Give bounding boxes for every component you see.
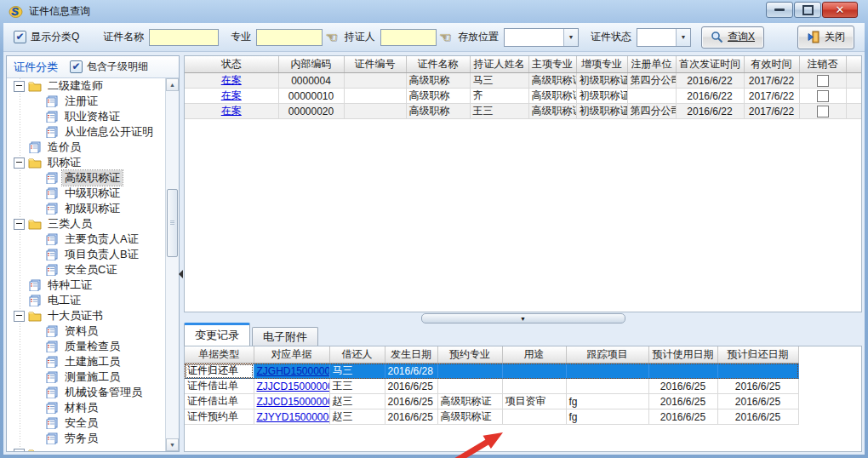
cell-date[interactable]: 2016/6/25	[385, 379, 437, 394]
tree-item[interactable]: 项目负责人B证	[7, 247, 166, 262]
tree-item[interactable]: 注册证	[7, 94, 166, 109]
include-children-checkbox[interactable]: ✔	[70, 60, 83, 73]
change-record-row[interactable]: 证件借出单 ZJJCD150000003 王三 2016/6/25 2016/6…	[185, 379, 798, 394]
cell-status[interactable]: 在案	[185, 73, 278, 89]
cell-borrower[interactable]: 王三	[329, 379, 385, 394]
cell-cancelled[interactable]	[799, 73, 846, 89]
cell-date[interactable]: 2016/6/25	[385, 409, 437, 425]
cell-major[interactable]: 高级职称证	[528, 73, 576, 89]
cell-extra-major[interactable]: 初级职称证	[576, 89, 627, 104]
cell-holder[interactable]: 王三	[470, 104, 528, 119]
cell-internal-code[interactable]: 0000004	[278, 73, 344, 89]
cell-status[interactable]: 在案	[185, 104, 278, 119]
cell-use-date[interactable]	[648, 364, 717, 379]
tree-item[interactable]: 测量施工员	[7, 369, 166, 385]
cell-cancelled[interactable]	[799, 89, 846, 104]
column-header[interactable]: 跟踪项目	[566, 346, 648, 364]
tab-electronic-attachments[interactable]: 电子附件	[252, 327, 318, 346]
cell-return-date[interactable]	[717, 364, 798, 379]
cell-usage[interactable]	[502, 364, 566, 379]
collapse-minus-icon[interactable]	[14, 219, 25, 230]
cell-holder[interactable]: 马三	[470, 73, 528, 89]
cell-internal-code[interactable]: 00000010	[278, 89, 344, 104]
tree-item[interactable]: …	[7, 446, 166, 451]
cell-holder[interactable]: 齐	[470, 89, 528, 104]
column-header[interactable]: 注销否	[799, 56, 846, 73]
minimize-button[interactable]	[766, 2, 793, 18]
status-link[interactable]: 在案	[221, 74, 242, 86]
column-header[interactable]: 对应单据	[254, 346, 329, 364]
column-header[interactable]: 增项专业	[576, 56, 627, 73]
holder-input[interactable]	[380, 29, 437, 46]
cell-borrower[interactable]: 赵三	[329, 409, 385, 425]
column-header[interactable]: 证件名称	[406, 56, 470, 73]
tree-item[interactable]: 高级职称证	[7, 170, 166, 186]
scroll-down-arrow[interactable]: ▼	[166, 438, 179, 451]
cell-project[interactable]	[566, 379, 648, 394]
column-header[interactable]: 预计使用日期	[648, 346, 717, 364]
cell-date[interactable]: 2016/6/25	[385, 394, 437, 409]
tree-item[interactable]: 中级职称证	[7, 186, 166, 201]
splitter-collapse-button[interactable]: ▼	[421, 313, 625, 323]
cell-cert-no[interactable]	[344, 89, 406, 104]
cert-name-input[interactable]	[149, 29, 219, 46]
cancelled-checkbox[interactable]	[817, 106, 829, 117]
cert-status-select[interactable]: ▼	[637, 28, 691, 47]
column-header[interactable]: 持证人姓名	[470, 56, 528, 73]
cell-major[interactable]: 高级职称证	[528, 104, 576, 119]
tree-item[interactable]: 土建施工员	[7, 354, 166, 369]
cell-doc-no[interactable]: ZJGHD150000002	[254, 364, 329, 379]
tree-item[interactable]: 质量检查员	[7, 339, 166, 354]
tab-change-records[interactable]: 变更记录	[184, 323, 250, 346]
cell-return-date[interactable]: 2016/6/25	[717, 394, 798, 409]
cell-first-issue-date[interactable]: 2016/6/22	[676, 73, 744, 89]
cell-unit[interactable]: 第四分公司	[627, 73, 676, 89]
tree-item[interactable]: 特种工证	[7, 278, 166, 293]
collapse-minus-icon[interactable]	[14, 81, 25, 92]
holder-lookup-hand-icon[interactable]: ☜	[439, 29, 451, 45]
column-header[interactable]: 单据类型	[185, 346, 254, 364]
status-link[interactable]: 在案	[221, 89, 242, 101]
cell-return-date[interactable]: 2016/6/25	[717, 379, 798, 394]
scroll-up-arrow[interactable]: ▲	[166, 78, 179, 91]
cell-doc-type[interactable]: 证件借出单	[185, 394, 254, 409]
cell-valid-date[interactable]: 2017/6/22	[744, 104, 799, 119]
close-form-button[interactable]: 关闭	[797, 26, 854, 49]
cell-doc-no[interactable]: ZJYYD150000003	[254, 409, 329, 425]
cell-use-date[interactable]: 2016/6/25	[648, 394, 717, 409]
cell-cert-name[interactable]: 高级职称	[406, 104, 470, 119]
major-input[interactable]	[256, 29, 323, 46]
certificate-row[interactable]: 在案 00000010 高级职称 齐 高级职称证 初级职称证 2016/6/22…	[185, 89, 861, 104]
tree-item[interactable]: 造价员	[7, 140, 166, 155]
tree-item[interactable]: 电工证	[7, 293, 166, 308]
column-header[interactable]: 首次发证时间	[676, 56, 744, 73]
cell-date[interactable]: 2016/6/28	[385, 364, 437, 379]
tree-item[interactable]: 初级职称证	[7, 201, 166, 216]
cell-cert-no[interactable]	[344, 104, 406, 119]
cancelled-checkbox[interactable]	[817, 90, 829, 102]
tree-item[interactable]: 资料员	[7, 323, 166, 339]
dropdown-arrow-icon[interactable]: ▼	[563, 29, 578, 46]
scrollbar-thumb[interactable]	[167, 189, 178, 257]
tree-item[interactable]: 劳务员	[7, 431, 166, 446]
cell-status[interactable]: 在案	[185, 89, 278, 104]
vertical-splitter[interactable]	[178, 55, 184, 452]
major-lookup-hand-icon[interactable]: ☜	[325, 29, 337, 45]
maximize-button[interactable]	[794, 2, 821, 18]
cell-cert-no[interactable]	[344, 73, 406, 89]
cell-doc-type[interactable]: 证件预约单	[185, 409, 254, 425]
cell-internal-code[interactable]: 00000020	[278, 104, 344, 119]
cell-project[interactable]	[566, 364, 648, 379]
tree-item[interactable]: 主要负责人A证	[7, 232, 166, 247]
tree-item[interactable]: 十大员证书	[7, 308, 166, 323]
tree-item[interactable]: 材料员	[7, 400, 166, 415]
cell-borrower[interactable]: 赵三	[329, 394, 385, 409]
horizontal-splitter[interactable]: ▼	[184, 311, 862, 325]
cell-usage[interactable]	[502, 379, 566, 394]
cell-usage[interactable]	[502, 409, 566, 425]
column-header[interactable]: 用途	[502, 346, 566, 364]
collapse-left-arrow-icon[interactable]	[179, 270, 183, 278]
cell-reserved-major[interactable]	[437, 379, 502, 394]
collapse-minus-icon[interactable]	[14, 449, 25, 452]
dropdown-arrow-icon[interactable]: ▼	[676, 29, 690, 46]
